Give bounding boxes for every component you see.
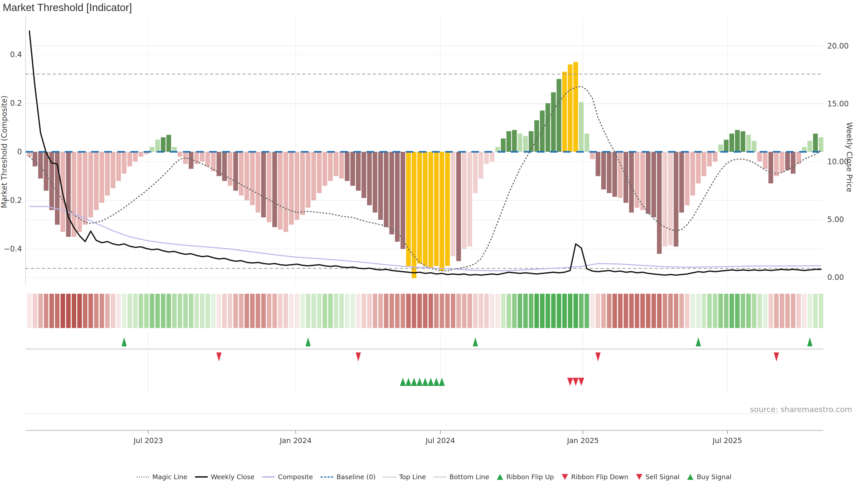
left-axis-tick: 0.4 bbox=[10, 50, 22, 59]
ribbon-cell bbox=[662, 294, 667, 328]
ribbon-cell bbox=[261, 294, 266, 328]
ribbon-cell bbox=[373, 294, 377, 328]
ribbon-cell bbox=[713, 294, 717, 328]
ribbon-cell bbox=[780, 294, 784, 328]
legend-item-label: Ribbon Flip Down bbox=[571, 473, 628, 481]
threshold-bar bbox=[819, 137, 824, 152]
threshold-bar bbox=[228, 152, 232, 186]
right-axis-tick: 15.00 bbox=[827, 99, 848, 108]
legend-dotted-swatch bbox=[136, 477, 149, 478]
ribbon-cell bbox=[250, 294, 254, 328]
threshold-bar bbox=[272, 152, 277, 227]
ribbon-cell bbox=[350, 294, 355, 328]
threshold-bar bbox=[334, 152, 338, 176]
ribbon-cell bbox=[813, 294, 817, 328]
threshold-bar bbox=[512, 130, 517, 152]
threshold-bar bbox=[434, 152, 439, 266]
ribbon-cell bbox=[306, 294, 310, 328]
legend-item-label: Top Line bbox=[399, 473, 426, 481]
threshold-bar bbox=[679, 152, 684, 213]
ribbon-cell bbox=[735, 294, 740, 328]
ribbon-cell bbox=[66, 294, 71, 328]
ribbon-flip-up-marker bbox=[473, 337, 478, 346]
threshold-bar bbox=[462, 152, 467, 249]
ribbon-cell bbox=[534, 294, 539, 328]
ribbon-cell bbox=[138, 294, 143, 328]
legend-item-label: Buy Signal bbox=[697, 473, 732, 481]
threshold-bar bbox=[94, 152, 98, 210]
ribbon-cell bbox=[607, 294, 612, 328]
ribbon-cell bbox=[674, 294, 678, 328]
threshold-bar bbox=[395, 152, 400, 242]
threshold-bar bbox=[467, 152, 472, 247]
legend-dotted-swatch bbox=[383, 477, 396, 478]
threshold-bar bbox=[328, 152, 333, 181]
legend-item-ribbon-flip-up: Ribbon Flip Up bbox=[497, 473, 554, 481]
ribbon-cell bbox=[133, 294, 138, 328]
threshold-bar bbox=[428, 152, 433, 268]
ribbon-cell bbox=[390, 294, 394, 328]
ribbon-flip-up-marker bbox=[122, 337, 127, 346]
ribbon-cell bbox=[495, 294, 500, 328]
triangle-down-icon bbox=[636, 474, 643, 480]
ribbon-cell bbox=[651, 294, 656, 328]
threshold-bar bbox=[33, 152, 37, 166]
ribbon-cell bbox=[741, 294, 745, 328]
threshold-bar bbox=[501, 138, 506, 152]
ribbon-cell bbox=[61, 294, 65, 328]
threshold-bar bbox=[244, 152, 249, 200]
threshold-bar bbox=[99, 152, 104, 203]
ribbon-cell bbox=[417, 294, 422, 328]
ribbon-cell bbox=[796, 294, 801, 328]
ribbon-cell bbox=[155, 294, 160, 328]
legend-item-label: Magic Line bbox=[152, 473, 187, 481]
x-axis-label: Jul 2025 bbox=[712, 436, 742, 445]
sell-signal-marker bbox=[579, 378, 584, 386]
threshold-bar bbox=[557, 79, 561, 152]
legend-item-label: Ribbon Flip Up bbox=[506, 473, 554, 481]
ribbon-cell bbox=[211, 294, 216, 328]
ribbon-cell bbox=[72, 294, 76, 328]
ribbon-cell bbox=[752, 294, 756, 328]
legend-item-label: Composite bbox=[278, 473, 313, 481]
ribbon-cell bbox=[774, 294, 779, 328]
threshold-bar bbox=[133, 152, 138, 162]
ribbon-cell bbox=[679, 294, 684, 328]
threshold-bar bbox=[105, 152, 110, 196]
ribbon-cell bbox=[27, 294, 32, 328]
threshold-bar bbox=[283, 152, 288, 232]
threshold-bar bbox=[601, 152, 606, 190]
buy-signal-marker bbox=[405, 378, 411, 386]
ribbon-cell bbox=[702, 294, 706, 328]
buy-signal-marker bbox=[400, 378, 406, 386]
threshold-bar bbox=[724, 140, 728, 152]
ribbon-cell bbox=[395, 294, 400, 328]
threshold-bar bbox=[356, 152, 361, 191]
threshold-bar bbox=[289, 152, 294, 225]
ribbon-flip-up-marker bbox=[306, 337, 311, 346]
legend-item-composite: Composite bbox=[262, 473, 313, 481]
buy-signal-marker bbox=[422, 378, 428, 386]
threshold-bar bbox=[651, 152, 656, 217]
threshold-bar bbox=[579, 102, 584, 152]
ribbon-cell bbox=[200, 294, 205, 328]
left-axis-tick: −0.4 bbox=[4, 245, 22, 253]
ribbon-cell bbox=[384, 294, 388, 328]
ribbon-cell bbox=[646, 294, 650, 328]
threshold-bar bbox=[278, 152, 283, 230]
threshold-bar bbox=[769, 152, 773, 184]
ribbon-cell bbox=[590, 294, 595, 328]
ribbon-cell bbox=[640, 294, 645, 328]
ribbon-cell bbox=[328, 294, 333, 328]
ribbon-cell bbox=[718, 294, 723, 328]
legend-item-label: Weekly Close bbox=[211, 473, 254, 481]
ribbon-cell bbox=[161, 294, 165, 328]
x-axis-label: Jul 2023 bbox=[133, 436, 163, 445]
right-axis-tick: 0.00 bbox=[827, 273, 844, 282]
legend-item-label: Baseline (0) bbox=[336, 473, 375, 481]
ribbon-cell bbox=[378, 294, 383, 328]
threshold-bar bbox=[473, 152, 477, 193]
ribbon-cell bbox=[150, 294, 154, 328]
ribbon-cell bbox=[707, 294, 712, 328]
ribbon-cell bbox=[278, 294, 283, 328]
